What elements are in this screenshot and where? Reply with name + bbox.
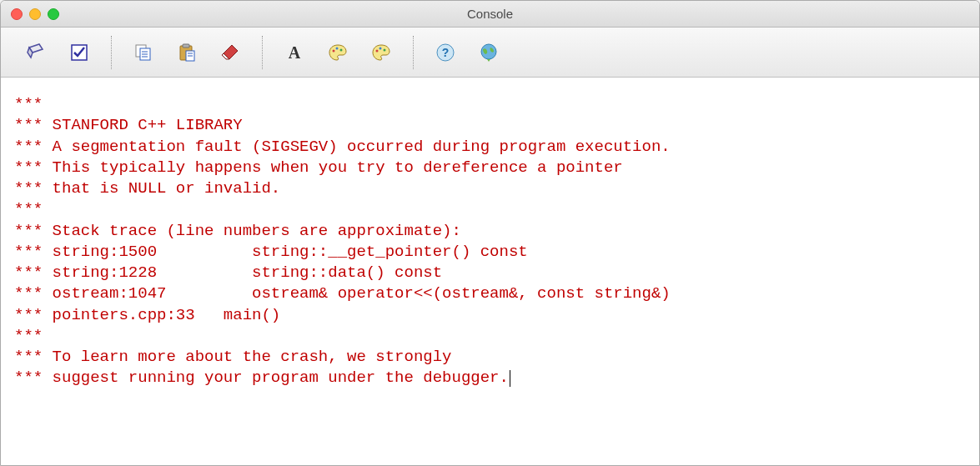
toolbar: A bbox=[1, 28, 979, 78]
help-button[interactable]: ? bbox=[425, 36, 465, 69]
svg-point-13 bbox=[336, 47, 339, 49]
paste-button[interactable] bbox=[167, 36, 207, 69]
svg-point-16 bbox=[379, 47, 382, 49]
traffic-lights bbox=[1, 8, 59, 20]
toolbar-separator bbox=[262, 36, 263, 69]
svg-text:A: A bbox=[289, 43, 301, 62]
svg-text:?: ? bbox=[442, 46, 450, 59]
console-line: *** suggest running your program under t… bbox=[14, 368, 509, 387]
check-button[interactable] bbox=[59, 36, 99, 69]
eraser-icon bbox=[220, 43, 240, 63]
save-button[interactable] bbox=[16, 36, 56, 69]
svg-point-14 bbox=[340, 48, 343, 51]
about-button[interactable] bbox=[469, 36, 509, 69]
save-icon bbox=[26, 43, 46, 63]
background-color-button[interactable] bbox=[318, 36, 358, 69]
console-line: *** string:1228 string::data() const bbox=[14, 263, 442, 282]
clear-button[interactable] bbox=[210, 36, 250, 69]
svg-point-15 bbox=[376, 49, 379, 52]
console-line: *** bbox=[14, 95, 43, 113]
copy-button[interactable] bbox=[123, 36, 163, 69]
minimize-button[interactable] bbox=[29, 8, 41, 20]
text-color-button[interactable] bbox=[361, 36, 401, 69]
console-line: *** This typically happens when you try … bbox=[14, 158, 623, 177]
globe-icon bbox=[479, 43, 499, 63]
console-line: *** Stack trace (line numbers are approx… bbox=[14, 222, 461, 240]
svg-point-17 bbox=[384, 48, 386, 51]
console-window: Console bbox=[0, 0, 980, 466]
console-line: *** To learn more about the crash, we st… bbox=[14, 348, 452, 366]
palette-icon bbox=[328, 43, 348, 63]
toolbar-separator bbox=[413, 36, 414, 69]
toolbar-separator bbox=[111, 36, 112, 69]
help-icon: ? bbox=[435, 43, 455, 63]
check-icon bbox=[69, 43, 89, 63]
close-button[interactable] bbox=[11, 8, 23, 20]
console-output[interactable]: *** *** STANFORD C++ LIBRARY *** A segme… bbox=[1, 78, 979, 465]
palette-icon bbox=[371, 43, 391, 63]
font-button[interactable]: A bbox=[274, 36, 314, 69]
window-title: Console bbox=[1, 7, 979, 21]
console-line: *** A segmentation fault (SIGSEGV) occur… bbox=[14, 138, 671, 156]
console-line: *** ostream:1047 ostream& operator<<(ost… bbox=[14, 284, 671, 303]
svg-rect-7 bbox=[183, 44, 189, 48]
console-line: *** pointers.cpp:33 main() bbox=[14, 306, 280, 324]
text-cursor bbox=[510, 370, 510, 387]
titlebar[interactable]: Console bbox=[1, 1, 979, 28]
console-line: *** bbox=[14, 327, 43, 345]
console-line: *** STANFORD C++ LIBRARY bbox=[14, 116, 243, 134]
maximize-button[interactable] bbox=[48, 8, 59, 20]
font-icon: A bbox=[284, 43, 304, 63]
paste-icon bbox=[177, 43, 197, 63]
svg-point-12 bbox=[333, 49, 335, 52]
console-line: *** that is NULL or invalid. bbox=[14, 179, 280, 198]
console-line: *** string:1500 string::__get_pointer() … bbox=[14, 243, 528, 261]
copy-icon bbox=[133, 43, 153, 63]
console-line: *** bbox=[14, 200, 43, 218]
